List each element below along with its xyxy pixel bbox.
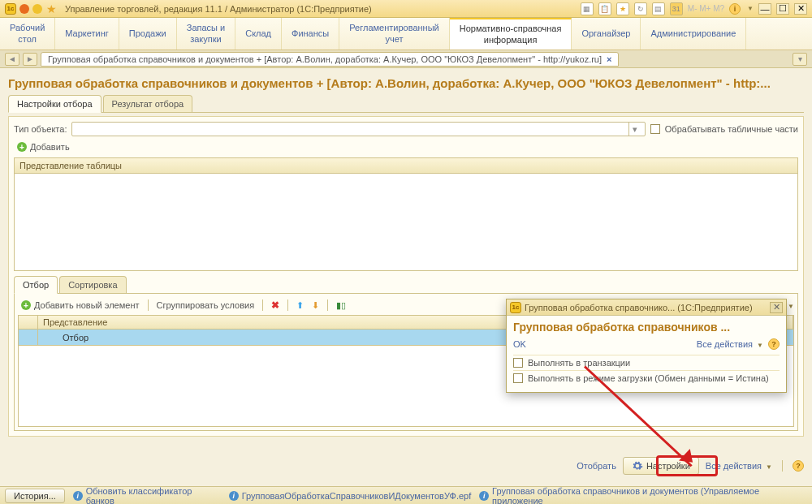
history-button[interactable]: История... [5, 489, 65, 503]
gear-icon [632, 460, 643, 472]
help-icon[interactable]: ? [768, 338, 780, 350]
info-icon: i [229, 491, 239, 501]
separator [262, 299, 263, 311]
status-item[interactable]: i Групповая обработка справочников и док… [479, 486, 807, 505]
window-titlebar: 1c ★ Управление торговлей, редакция 11.1… [0, 0, 812, 18]
load-mode-checkbox[interactable] [513, 373, 523, 383]
arrow-up-icon: ⬆ [296, 300, 304, 311]
popup-heading: Групповая обработка справочников ... [507, 316, 786, 337]
tab-work-desk[interactable]: Рабочий стол [0, 18, 55, 50]
popup-dialog: 1c Групповая обработка справочнико... (1… [506, 299, 787, 393]
popup-checkbox-row: Выполнять в транзакции [513, 355, 780, 370]
tab-reference-info[interactable]: Нормативно-справочная информация [450, 18, 572, 50]
separator [782, 460, 783, 472]
tab-admin[interactable]: Администрирование [641, 18, 746, 50]
status-item[interactable]: i ГрупповаяОбработкаСправочниковИДокумен… [229, 491, 472, 501]
chevron-down-icon[interactable]: ▾ [793, 53, 807, 66]
info-icon[interactable]: i [729, 3, 741, 15]
move-down-button[interactable]: ⬇ [309, 299, 322, 312]
transaction-checkbox[interactable] [513, 358, 523, 368]
inner-tabs: Настройки отбора Результат отбора [8, 95, 804, 113]
tab-filter-result[interactable]: Результат отбора [103, 95, 193, 112]
calc-icon[interactable]: ▤ [652, 2, 665, 15]
tab-regulated[interactable]: Регламентированный учет [339, 18, 450, 50]
status-bar: История... i Обновить классификатор банк… [0, 486, 812, 504]
settings-label: Настройки [646, 461, 690, 471]
chevron-down-icon[interactable]: ▼ [747, 5, 754, 12]
type-input[interactable]: ▾ [71, 122, 645, 136]
breadcrumb-tab[interactable]: Групповая обработка справочников и докум… [41, 52, 619, 67]
status-link: ГрупповаяОбработкаСправочниковИДокументо… [242, 491, 472, 501]
tab-filter-settings[interactable]: Настройки отбора [8, 95, 102, 113]
filter-row-text: Отбор [38, 333, 113, 342]
separator [148, 299, 149, 311]
tab-organizer[interactable]: Органайзер [572, 18, 641, 50]
window-title: Управление торговлей, редакция 11.1 / Ад… [65, 4, 372, 14]
popup-titlebar: 1c Групповая обработка справочнико... (1… [507, 299, 786, 316]
close-button[interactable]: ✕ [770, 302, 783, 313]
calendar-icon[interactable]: 31 [670, 2, 683, 15]
process-tabular-checkbox[interactable] [650, 124, 660, 134]
settings-button[interactable]: Настройки [623, 457, 699, 475]
table-body[interactable] [14, 174, 798, 271]
sub-tabs: Отбор Сортировка [14, 276, 798, 294]
app-logo-icon: 1c [510, 302, 521, 313]
table-header: Представление таблицы [14, 157, 798, 174]
tab-sales[interactable]: Продажи [119, 18, 177, 50]
maximize-button[interactable]: ☐ [776, 3, 789, 15]
all-actions-label: Все действия [697, 339, 753, 349]
star-icon[interactable]: ★ [616, 2, 629, 15]
all-actions-label: Все действия [706, 461, 762, 471]
footer-toolbar: Отобрать Настройки Все действия ▼ ? [8, 454, 804, 478]
popup-toolbar: OK Все действия ▼ ? [507, 337, 786, 355]
all-actions-link[interactable]: Все действия ▼ [706, 461, 772, 471]
select-link[interactable]: Отобрать [577, 461, 616, 471]
type-label: Тип объекта: [14, 124, 67, 134]
add-new-label: Добавить новый элемент [34, 300, 140, 310]
nav-fwd-icon[interactable]: ► [23, 53, 37, 66]
m-buttons[interactable]: M- M+ M? [688, 4, 724, 13]
add-label: Добавить [30, 142, 70, 152]
history-icon[interactable]: ↻ [634, 2, 647, 15]
separator [287, 299, 288, 311]
help-icon[interactable]: ? [793, 460, 804, 472]
add-button[interactable]: + Добавить [14, 141, 73, 153]
nav-back-icon[interactable]: ◄ [5, 53, 19, 66]
tool-icon[interactable]: 📋 [598, 2, 611, 15]
circle-icon[interactable] [32, 4, 42, 14]
separator [327, 299, 328, 311]
minimize-button[interactable]: — [758, 3, 771, 15]
chevron-down-icon: ▼ [788, 303, 794, 310]
add-new-element-button[interactable]: + Добавить новый элемент [18, 299, 143, 311]
chevron-down-icon: ▼ [757, 342, 763, 349]
all-actions-link[interactable]: Все действия ▼ [697, 339, 763, 349]
info-icon: i [479, 491, 489, 501]
tab-finance[interactable]: Финансы [282, 18, 339, 50]
filter-row-marker [19, 330, 38, 345]
status-item[interactable]: i Обновить классификатор банков [73, 486, 221, 505]
move-up-button[interactable]: ⬆ [293, 299, 307, 312]
main-nav: Рабочий стол Маркетинг Продажи Запасы и … [0, 18, 812, 50]
close-icon[interactable]: × [607, 54, 611, 64]
group-conditions-button[interactable]: Сгруппировать условия [153, 299, 258, 311]
breadcrumb: ◄ ► Групповая обработка справочников и д… [0, 50, 812, 68]
info-icon: i [73, 491, 83, 501]
delete-button[interactable]: ✖ [268, 299, 283, 312]
tool-icon[interactable]: ▦ [581, 2, 594, 15]
ok-link[interactable]: OK [513, 339, 526, 349]
group-label: Сгруппировать условия [157, 300, 255, 310]
extra-button[interactable]: ▮▯ [333, 299, 349, 312]
dropdown-icon[interactable]: ▾ [628, 123, 641, 136]
load-mode-label: Выполнять в режиме загрузки (Обмен данны… [528, 373, 769, 383]
plus-icon: + [17, 142, 27, 152]
close-button[interactable]: ✕ [794, 3, 807, 15]
popup-checkbox-row: Выполнять в режиме загрузки (Обмен данны… [513, 370, 780, 386]
tab-marketing[interactable]: Маркетинг [55, 18, 119, 50]
subtab-filter[interactable]: Отбор [14, 276, 58, 294]
tab-stock[interactable]: Запасы и закупки [177, 18, 235, 50]
circle-icon[interactable] [19, 4, 29, 14]
subtab-sorting[interactable]: Сортировка [59, 276, 126, 293]
star-icon[interactable]: ★ [45, 3, 57, 15]
tab-warehouse[interactable]: Склад [235, 18, 282, 50]
delete-icon: ✖ [271, 299, 279, 311]
